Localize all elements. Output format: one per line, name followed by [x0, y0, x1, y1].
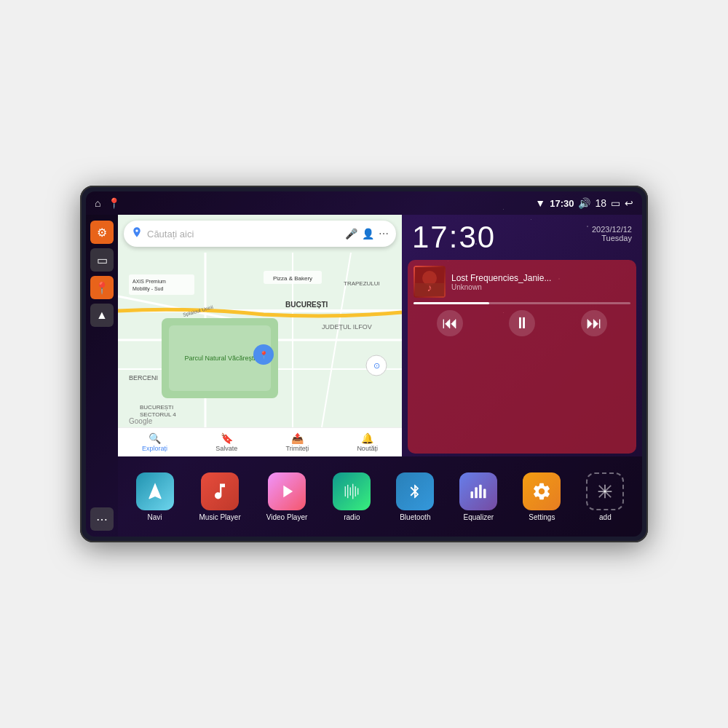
app-item-music-player[interactable]: Music Player — [199, 472, 241, 521]
music-widget: ♪ Lost Frequencies_Janie... Unknown — [408, 260, 636, 454]
music-progress-bar[interactable] — [414, 302, 630, 304]
explore-icon: 🔍 — [149, 432, 161, 444]
app-label-music-player: Music Player — [199, 513, 241, 521]
sidebar-item-settings[interactable]: ⚙ — [90, 221, 114, 244]
svg-rect-32 — [345, 486, 346, 496]
app-item-navi[interactable]: Navi — [136, 472, 174, 521]
screen: ⌂ 📍 ▼ 17:30 🔊 18 ▭ ↩ ⚙ ▭ — [86, 191, 642, 537]
svg-text:Mobility - Sud: Mobility - Sud — [132, 286, 164, 292]
svg-text:Google: Google — [129, 417, 153, 425]
status-time: 17:30 — [550, 198, 574, 209]
svg-rect-39 — [475, 487, 478, 498]
map-tab-explore[interactable]: 🔍 Explorați — [142, 432, 167, 452]
svg-rect-34 — [350, 487, 351, 496]
status-left-icons: ⌂ 📍 — [95, 197, 120, 209]
app-label-video-player: Video Player — [266, 513, 308, 521]
archive-icon: ▭ — [97, 253, 108, 267]
sidebar-item-grid[interactable]: ⋯ — [90, 507, 114, 531]
svg-rect-33 — [347, 484, 348, 498]
app-item-video-player[interactable]: Video Player — [266, 472, 308, 521]
right-panel: 17:30 2023/12/12 Tuesday — [402, 215, 642, 456]
app-icon-equalizer — [459, 472, 497, 510]
app-label-settings: Settings — [529, 513, 555, 521]
clock-time: 17:30 — [412, 222, 496, 253]
music-album-art-inner: ♪ — [414, 266, 446, 298]
svg-text:Parcul Natural Văcărești: Parcul Natural Văcărești — [184, 355, 255, 362]
map-tab-saved-label: Salvate — [215, 445, 237, 452]
map-tab-send[interactable]: 📤 Trimiteți — [286, 432, 309, 452]
app-label-bluetooth: Bluetooth — [400, 513, 430, 521]
content-row: Căutați aici 🎤 👤 ⋯ — [118, 215, 642, 456]
sidebar: ⚙ ▭ 📍 ▲ ⋯ — [86, 215, 118, 537]
svg-rect-11 — [129, 274, 194, 295]
svg-text:Pizza & Bakery: Pizza & Bakery — [273, 275, 312, 282]
map-tab-explore-label: Explorați — [142, 445, 167, 452]
sidebar-item-navigate[interactable]: ▲ — [90, 304, 114, 327]
app-icon-video-player — [268, 472, 306, 510]
app-item-equalizer[interactable]: Equalizer — [459, 472, 497, 521]
map-search-placeholder[interactable]: Căutați aici — [147, 229, 341, 240]
status-right-info: ▼ 17:30 🔊 18 ▭ ↩ — [535, 197, 633, 209]
sidebar-item-archive[interactable]: ▭ — [90, 248, 114, 272]
svg-text:BERCENI: BERCENI — [129, 374, 158, 381]
music-title: Lost Frequencies_Janie... — [451, 273, 630, 283]
svg-text:AXIS Premium: AXIS Premium — [132, 279, 166, 284]
prev-track-button[interactable]: ⏮ — [437, 310, 463, 336]
svg-text:♪: ♪ — [427, 282, 432, 293]
battery-level: 18 — [595, 197, 606, 209]
device: ⌂ 📍 ▼ 17:30 🔊 18 ▭ ↩ ⚙ ▭ — [80, 186, 648, 542]
svg-rect-38 — [471, 491, 474, 498]
wifi-icon: ▼ — [535, 197, 545, 209]
status-bar: ⌂ 📍 ▼ 17:30 🔊 18 ▭ ↩ — [86, 191, 642, 215]
map-frame[interactable]: Căutați aici 🎤 👤 ⋯ — [118, 215, 402, 456]
center-content: Căutați aici 🎤 👤 ⋯ — [118, 215, 642, 537]
music-track-info: ♪ Lost Frequencies_Janie... Unknown — [414, 266, 630, 298]
news-icon: 🔔 — [361, 432, 373, 444]
app-label-add: add — [599, 513, 612, 521]
map-search-bar[interactable]: Căutați aici 🎤 👤 ⋯ — [124, 221, 396, 247]
back-icon[interactable]: ↩ — [625, 197, 633, 209]
svg-text:TRAPEZULUI: TRAPEZULUI — [344, 280, 380, 287]
map-layers-icon[interactable]: ⋯ — [379, 228, 389, 240]
home-icon[interactable]: ⌂ — [95, 197, 100, 209]
app-label-radio: radio — [344, 513, 360, 521]
app-icon-music-player — [201, 472, 239, 510]
clock-date-value: 2023/12/12 — [592, 225, 632, 234]
map-pin-sidebar-icon: 📍 — [95, 281, 109, 295]
app-item-radio[interactable]: radio — [333, 472, 371, 521]
app-item-settings[interactable]: Settings — [523, 472, 561, 521]
svg-text:JUDEȚUL ILFOV: JUDEȚUL ILFOV — [322, 323, 372, 331]
navigate-icon: ▲ — [96, 309, 108, 322]
volume-icon: 🔊 — [578, 197, 590, 209]
map-tab-news-label: Noutăți — [357, 445, 378, 452]
grid-icon: ⋯ — [96, 513, 108, 526]
map-mic-icon[interactable]: 🎤 — [345, 228, 357, 240]
svg-rect-35 — [352, 483, 353, 499]
music-artist: Unknown — [451, 283, 630, 291]
music-meta: Lost Frequencies_Janie... Unknown — [451, 273, 630, 291]
app-label-navi: Navi — [147, 513, 162, 521]
app-item-add[interactable]: add — [586, 472, 624, 521]
map-bottom-tabs: 🔍 Explorați 🔖 Salvate 📤 Trimiteți — [118, 427, 402, 456]
battery-icon: ▭ — [611, 197, 620, 209]
google-maps-icon — [131, 226, 143, 241]
clock-date: 2023/12/12 Tuesday — [592, 225, 632, 242]
settings-icon: ⚙ — [97, 226, 107, 240]
svg-rect-41 — [483, 488, 486, 498]
sidebar-item-map[interactable]: 📍 — [90, 276, 114, 299]
map-svg: Parcul Natural Văcărești AXIS Premium Mo… — [118, 253, 402, 427]
map-tab-saved[interactable]: 🔖 Salvate — [215, 432, 237, 452]
map-tab-news[interactable]: 🔔 Noutăți — [357, 432, 378, 452]
map-account-icon[interactable]: 👤 — [362, 228, 374, 240]
app-icon-settings — [523, 472, 561, 510]
maps-icon[interactable]: 📍 — [108, 197, 120, 209]
app-grid-section: Navi Music Player Video — [118, 456, 642, 537]
app-icon-add — [586, 472, 624, 510]
svg-text:BUCUREȘTI: BUCUREȘTI — [285, 301, 328, 309]
app-icon-navi — [136, 472, 174, 510]
music-album-art: ♪ — [414, 266, 446, 298]
app-item-bluetooth[interactable]: Bluetooth — [396, 472, 434, 521]
next-track-button[interactable]: ⏭ — [581, 310, 607, 336]
app-icon-bluetooth — [396, 472, 434, 510]
pause-button[interactable]: ⏸ — [509, 310, 535, 336]
